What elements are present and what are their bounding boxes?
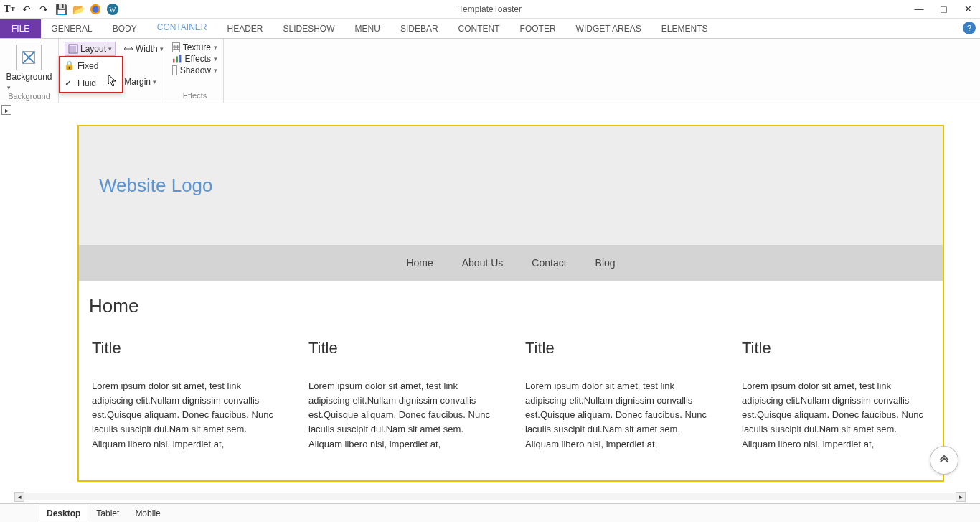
template-preview[interactable]: Website Logo HomeAbout UsContactBlog Hom… <box>77 125 944 482</box>
content-area[interactable]: Home TitleLorem ipsum dolor sit amet, te… <box>79 281 943 480</box>
column-body[interactable]: Lorem ipsum dolor sit amet, test link ad… <box>742 379 930 452</box>
layout-icon <box>68 44 78 54</box>
tab-sidebar[interactable]: SIDEBAR <box>390 19 448 38</box>
effects-group: Texture▾ Effects▾ Shadow▾ Effects <box>166 39 224 103</box>
navbar[interactable]: HomeAbout UsContactBlog <box>79 245 943 281</box>
view-tab-mobile[interactable]: Mobile <box>127 505 168 522</box>
ribbon: Background▾ Background Layout▾ Width▾ Ma… <box>0 39 980 103</box>
tab-header[interactable]: HEADER <box>217 19 273 38</box>
texture-button[interactable]: Texture▾ <box>172 42 217 53</box>
svg-point-1 <box>93 6 99 12</box>
svg-text:W: W <box>109 5 116 13</box>
text-tool-icon[interactable]: TT <box>3 3 16 16</box>
column-body[interactable]: Lorem ipsum dolor sit amet, test link ad… <box>308 379 496 452</box>
scroll-track[interactable] <box>24 493 956 500</box>
texture-icon <box>172 42 180 52</box>
nav-link-home[interactable]: Home <box>406 257 433 269</box>
tab-slideshow[interactable]: SLIDESHOW <box>273 19 345 38</box>
effects-icon <box>172 54 182 64</box>
scroll-top-button[interactable] <box>930 446 958 475</box>
close-button[interactable]: ✕ <box>956 0 980 19</box>
background-group-label: Background <box>8 92 50 101</box>
content-column[interactable]: TitleLorem ipsum dolor sit amet, test li… <box>736 339 936 452</box>
background-label: Background▾ <box>6 72 52 92</box>
column-title[interactable]: Title <box>525 339 713 358</box>
save-icon[interactable]: 💾 <box>55 3 67 16</box>
redo-icon[interactable]: ↷ <box>37 3 50 16</box>
content-column[interactable]: TitleLorem ipsum dolor sit amet, test li… <box>86 339 286 452</box>
ribbon-tabs: FILE GENERALBODYCONTAINERHEADERSLIDESHOW… <box>0 19 980 39</box>
effects-group-label: Effects <box>172 91 217 100</box>
width-icon <box>123 44 133 54</box>
window-controls: — ◻ ✕ <box>907 0 980 19</box>
layout-dropdown: 🔒 Fixed ✓ Fluid <box>59 56 123 93</box>
layout-option-fixed[interactable]: 🔒 Fixed <box>60 57 122 75</box>
effects-button[interactable]: Effects▾ <box>172 53 217 65</box>
width-button[interactable]: Width▾ <box>120 42 167 56</box>
lock-icon: 🔒 <box>64 60 75 70</box>
maximize-button[interactable]: ◻ <box>931 0 956 19</box>
view-tab-tablet[interactable]: Tablet <box>88 505 127 522</box>
column-body[interactable]: Lorem ipsum dolor sit amet, test link ad… <box>92 379 280 452</box>
view-tab-desktop[interactable]: Desktop <box>39 505 88 522</box>
column-title[interactable]: Title <box>308 339 496 358</box>
layout-group: Layout▾ Width▾ Margin▾ 🔒 Fixed ✓ Fluid <box>59 39 166 103</box>
svg-rect-6 <box>70 46 76 52</box>
tab-footer[interactable]: FOOTER <box>510 19 566 38</box>
tab-body[interactable]: BODY <box>103 19 147 38</box>
content-column[interactable]: TitleLorem ipsum dolor sit amet, test li… <box>303 339 502 452</box>
nav-link-blog[interactable]: Blog <box>595 257 616 269</box>
file-tab[interactable]: FILE <box>0 19 41 38</box>
check-icon: ✓ <box>65 78 72 88</box>
svg-rect-7 <box>173 59 174 63</box>
layout-button[interactable]: Layout▾ <box>65 42 116 56</box>
margin-button[interactable]: Margin▾ <box>121 75 160 89</box>
tab-container[interactable]: CONTAINER <box>147 18 217 38</box>
nav-link-about-us[interactable]: About Us <box>462 257 504 269</box>
tab-widget-areas[interactable]: WIDGET AREAS <box>566 19 651 38</box>
app-title: TemplateToaster <box>458 4 522 14</box>
wordpress-icon[interactable]: W <box>106 3 119 16</box>
svg-rect-9 <box>179 55 181 62</box>
page-title[interactable]: Home <box>86 295 936 317</box>
tab-elements[interactable]: ELEMENTS <box>651 19 718 38</box>
column-title[interactable]: Title <box>742 339 930 358</box>
scroll-right-button[interactable]: ▸ <box>956 492 966 502</box>
tab-content[interactable]: CONTENT <box>448 19 510 38</box>
tab-general[interactable]: GENERAL <box>41 19 102 38</box>
undo-icon[interactable]: ↶ <box>20 3 33 16</box>
minimize-button[interactable]: — <box>907 0 931 19</box>
quick-access-toolbar: TT ↶ ↷ 💾 📂 W <box>0 3 119 16</box>
expand-handle[interactable]: ▸ <box>1 105 11 115</box>
content-column[interactable]: TitleLorem ipsum dolor sit amet, test li… <box>519 339 719 452</box>
scroll-left-button[interactable]: ◂ <box>14 492 24 502</box>
background-button[interactable] <box>16 45 42 70</box>
open-icon[interactable]: 📂 <box>72 3 85 16</box>
design-canvas: ▸ Website Logo HomeAbout UsContactBlog H… <box>0 103 980 503</box>
header-area[interactable]: Website Logo <box>79 126 943 245</box>
title-bar: TT ↶ ↷ 💾 📂 W TemplateToaster — ◻ ✕ <box>0 0 980 19</box>
svg-rect-8 <box>176 57 178 63</box>
help-icon[interactable]: ? <box>963 22 976 34</box>
shadow-icon <box>172 65 177 75</box>
website-logo[interactable]: Website Logo <box>99 174 213 197</box>
shadow-button[interactable]: Shadow▾ <box>172 65 217 76</box>
chevron-up-icon <box>938 454 951 467</box>
view-tabs: DesktopTabletMobile <box>0 503 980 522</box>
horizontal-scrollbar[interactable]: ◂ ▸ <box>14 492 966 502</box>
tab-menu[interactable]: MENU <box>345 19 390 38</box>
column-title[interactable]: Title <box>92 339 280 358</box>
layout-option-fluid[interactable]: ✓ Fluid <box>60 75 122 92</box>
nav-link-contact[interactable]: Contact <box>532 257 566 269</box>
background-group: Background▾ Background <box>0 39 59 103</box>
firefox-icon[interactable] <box>89 3 102 16</box>
column-body[interactable]: Lorem ipsum dolor sit amet, test link ad… <box>525 379 713 452</box>
